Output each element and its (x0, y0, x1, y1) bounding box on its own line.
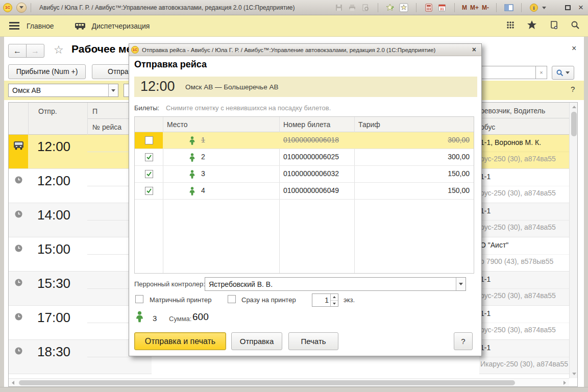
save-icon[interactable] (334, 3, 344, 13)
favorite-star-toggle[interactable]: ☆ (54, 43, 64, 57)
sum-value: 600 (192, 311, 209, 323)
ticket-number: 01000000006018 (283, 136, 339, 144)
chevron-down-icon[interactable] (456, 278, 465, 290)
tariff-value: 150,00 (448, 169, 470, 178)
passenger-icon (189, 170, 195, 181)
tariff-value: 150,00 (448, 186, 470, 194)
forward-button[interactable]: → (26, 44, 44, 58)
scroll-right-icon[interactable] (564, 381, 566, 385)
info-icon[interactable]: i (529, 3, 539, 13)
ticket-row[interactable]: 2 01000000006025 300,00 (135, 149, 474, 166)
close-icon[interactable]: × (472, 45, 476, 54)
calendar-icon[interactable]: 31 (437, 3, 447, 13)
col-header-departure[interactable]: Отпр. (38, 107, 57, 115)
carrier-cell[interactable]: 1-1 рус-250 (30), а874ва55 (479, 272, 569, 306)
carrier-cell[interactable]: 1-1, Воронов М. К. рус-250 (30), а874ва5… (479, 135, 569, 169)
col-header-tariff[interactable]: Тариф (358, 120, 380, 129)
carrier-cell[interactable]: 1-1 рус-250 (30), а874ва55 (479, 306, 569, 340)
history-icon[interactable] (549, 20, 558, 32)
carrier-text: 1-1 (480, 309, 491, 317)
scroll-down-icon[interactable] (572, 373, 576, 375)
menu-item-dispatch[interactable]: Диспетчеризация (92, 22, 150, 30)
carrier-cell[interactable]: 1-1 рус-250 (30), а874ва55 (479, 203, 569, 237)
send-button[interactable]: Отправка (231, 332, 282, 350)
chevron-down-icon (19, 6, 23, 9)
favorites-icon[interactable] (399, 3, 409, 13)
col-header-trip-number[interactable]: № рейса (92, 123, 121, 131)
ticket-row[interactable]: 3 01000000006032 150,00 (135, 166, 474, 183)
sum-label: Сумма: (169, 315, 191, 323)
memory-subtract-button[interactable]: M- (482, 4, 489, 11)
direct-print-checkbox[interactable] (228, 295, 236, 303)
stepper-down-icon[interactable] (331, 300, 338, 306)
apps-grid-icon[interactable] (506, 21, 514, 31)
trip-time: 12:00 (140, 79, 175, 94)
ticket-row[interactable]: 4 01000000006049 150,00 (135, 183, 474, 200)
scrollbar-thumb[interactable] (19, 380, 515, 385)
checkbox-unchecked[interactable] (145, 136, 153, 144)
info-chevron-icon[interactable] (542, 7, 546, 9)
window-titlebar: 1С Авибус / Юла Г. Р. / Авибус™:Управлен… (0, 0, 588, 15)
controller-combobox[interactable]: Ястребовский В. В. (205, 277, 466, 291)
ticket-row[interactable]: 1 01000000006018 300,00 (135, 132, 474, 149)
station-combobox[interactable]: Омск АВ (8, 84, 118, 97)
col-header-seat[interactable]: Место (167, 120, 188, 129)
clear-search-icon[interactable]: × (536, 66, 547, 79)
clock-icon (9, 169, 28, 203)
chevron-down-icon[interactable] (108, 84, 118, 96)
search-button[interactable] (552, 66, 574, 80)
tickets-label: Билеты: (134, 104, 159, 112)
calculator-icon[interactable] (424, 3, 434, 13)
scrollbar-thumb[interactable] (571, 112, 577, 136)
matrix-printer-checkbox[interactable] (135, 295, 143, 303)
scroll-left-icon[interactable] (12, 381, 14, 385)
carrier-cell[interactable]: 1-1 рус-250 (30), а874ва55 (479, 169, 569, 203)
close-button[interactable]: × (576, 3, 586, 13)
add-favorite-icon[interactable] (385, 3, 396, 13)
print-preview-icon[interactable] (360, 3, 371, 13)
arrival-button[interactable]: Прибытие (Num +) (8, 64, 86, 79)
memory-add-button[interactable]: M+ (470, 4, 479, 11)
col-header-bus[interactable]: обус (479, 119, 569, 135)
col-header-carrier[interactable]: ревозчик, Водитель (479, 103, 569, 118)
matrix-printer-label: Матричный принтер (150, 296, 212, 304)
col-header-platform[interactable]: П (92, 107, 97, 115)
checkbox-checked[interactable] (145, 187, 153, 195)
print-button[interactable]: Печать (288, 332, 338, 350)
checkbox-checked[interactable] (145, 153, 153, 161)
stepper-up-icon[interactable] (331, 294, 338, 300)
passenger-icon (189, 136, 195, 147)
scroll-up-icon[interactable] (572, 106, 576, 108)
bus-icon (75, 22, 86, 30)
vertical-scrollbar[interactable] (569, 103, 578, 378)
copies-stepper[interactable]: 1 (312, 293, 338, 307)
split-window-icon[interactable] (504, 3, 514, 13)
svg-text:31: 31 (440, 7, 444, 11)
checkbox-cell (135, 132, 163, 149)
carrier-cell[interactable]: 1-1 Икарус-250 (30), а874ва55 (479, 340, 569, 374)
system-menu-button[interactable] (16, 3, 27, 13)
col-header-ticket[interactable]: Номер билета (283, 120, 330, 129)
window-frame-bottom (0, 387, 588, 392)
help-label[interactable]: ? (571, 85, 575, 93)
horizontal-scrollbar[interactable] (9, 378, 569, 386)
close-form-icon[interactable]: × (572, 44, 576, 53)
subrow-divider (87, 357, 152, 357)
carrier-cell[interactable]: О "Аист" о 7900 (43), в578ыв55 (479, 237, 569, 272)
print-icon[interactable] (347, 3, 357, 13)
favorites-star-icon[interactable] (527, 20, 537, 32)
menu-item-main[interactable]: Главное (27, 22, 54, 30)
clock-icon (9, 306, 28, 339)
search-icon[interactable] (571, 20, 580, 32)
bus-text: рус-250 (30), а874ва55 (480, 326, 556, 334)
help-button[interactable]: ? (454, 332, 473, 350)
hamburger-menu-icon[interactable] (9, 22, 19, 30)
trip-time: 14:00 (37, 207, 70, 223)
maximize-button[interactable] (562, 4, 573, 12)
back-button[interactable]: ← (8, 44, 27, 58)
checkbox-checked[interactable] (145, 170, 153, 178)
app-logo-icon: 1С (131, 46, 139, 54)
memory-recall-button[interactable]: M (462, 4, 467, 11)
send-and-print-button[interactable]: Отправка и печать (134, 332, 226, 350)
bus-text: о 7900 (43), в578ыв55 (480, 257, 553, 265)
